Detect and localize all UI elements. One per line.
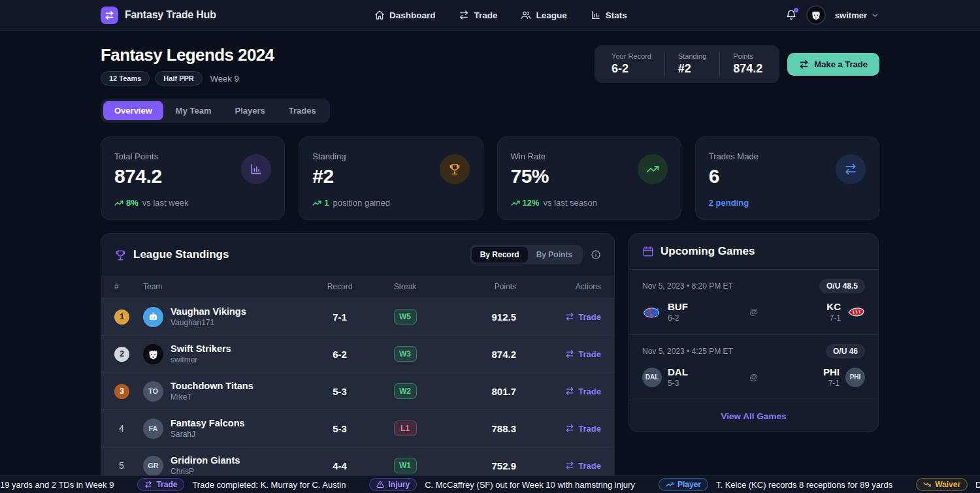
nav-item-league[interactable]: League xyxy=(521,10,566,20)
upcoming-games-title: Upcoming Games xyxy=(661,245,755,258)
trade-button[interactable]: Trade xyxy=(565,387,601,396)
stat-card-total-points: Total Points 874.2 8% vs last week xyxy=(101,136,285,220)
toggle-by-record[interactable]: By Record xyxy=(472,247,528,262)
nav-item-trade[interactable]: Trade xyxy=(459,10,497,20)
nav-label: Dashboard xyxy=(389,10,436,20)
record-cell: 4-4 xyxy=(307,460,372,471)
trade-label: Trade xyxy=(578,461,601,471)
col-points: Points xyxy=(438,282,516,291)
home-team-abbr: KC xyxy=(826,301,841,312)
make-a-trade-button[interactable]: Make a Trade xyxy=(787,53,879,76)
swap-icon xyxy=(565,312,574,321)
toggle-by-points[interactable]: By Points xyxy=(528,247,581,262)
view-all-games-link[interactable]: View All Games xyxy=(721,411,787,421)
trending-up-icon xyxy=(666,481,674,488)
ticker-text: C. McCaffrey (SF) out for Week 10 with h… xyxy=(425,480,635,490)
over-under-badge: O/U 48.5 xyxy=(819,279,865,293)
stat-card-win-rate: Win Rate 75% 12% vs last season xyxy=(497,136,681,220)
delta-up: 8% xyxy=(114,198,139,208)
ticker-item: Waiver D. Hopkins claimed off waivers xyxy=(916,478,980,491)
team-owner: ChrisP xyxy=(171,467,240,476)
table-row: 3 TO Touchdown Titans MikeT 5-3 W2 801.7… xyxy=(101,372,614,409)
team-name: Gridiron Giants xyxy=(171,455,240,466)
team-owner: SarahJ xyxy=(171,430,245,439)
trending-down-icon xyxy=(923,481,931,488)
swap-icon xyxy=(799,59,809,69)
trade-button[interactable]: Trade xyxy=(565,312,601,322)
trending-up-icon xyxy=(511,199,520,208)
record-summary-item: Standing #2 xyxy=(664,52,719,76)
rank-badge: 3 xyxy=(114,384,129,399)
swap-icon xyxy=(101,7,118,24)
mascot-icon xyxy=(146,347,160,361)
nav-label: Trade xyxy=(474,10,497,20)
chiefs-logo-icon xyxy=(847,306,865,319)
delta-up: 12% xyxy=(511,198,540,208)
notifications-bell-icon[interactable] xyxy=(785,9,797,21)
team-owner: switmer xyxy=(171,355,231,364)
record-cell: 6-2 xyxy=(307,349,372,360)
streak-badge: W3 xyxy=(394,346,417,362)
player-badge: Player xyxy=(659,478,708,491)
swap-icon xyxy=(565,461,574,470)
delta-value: 8% xyxy=(126,198,139,208)
streak-badge: L1 xyxy=(394,421,417,436)
ticker-item: Player T. Kelce (KC) records 8 reception… xyxy=(659,478,892,491)
stat-card-trades-made: Trades Made 6 2 pending xyxy=(695,136,879,220)
swap-icon xyxy=(144,481,152,488)
tab-my-team[interactable]: My Team xyxy=(165,101,223,120)
week-label: Week 9 xyxy=(210,74,239,84)
trade-button[interactable]: Trade xyxy=(565,349,601,359)
nav-item-stats[interactable]: Stats xyxy=(591,10,627,20)
bills-logo-icon xyxy=(642,306,662,319)
table-row: 4 FA Fantasy Falcons SarahJ 5-3 L1 788.3… xyxy=(101,409,614,447)
table-row: 2 Swift Strikers switmer 6-2 W3 874.2 xyxy=(101,335,614,372)
streak-badge: W1 xyxy=(394,458,417,473)
ticker-item: 19 yards and 2 TDs in Week 9 xyxy=(0,480,114,490)
calendar-icon xyxy=(642,246,654,257)
team-avatar xyxy=(143,307,163,327)
record-summary-item: Points 874.2 xyxy=(719,52,776,76)
nav-item-dashboard[interactable]: Dashboard xyxy=(374,10,436,20)
pending-trades-link[interactable]: 2 pending xyxy=(709,198,749,208)
hero-section: Fantasy Legends 2024 12 Teams Half PPR W… xyxy=(101,45,879,86)
nav-label: Stats xyxy=(606,10,627,20)
badge-label: Trade xyxy=(156,480,177,489)
user-menu[interactable]: switmer xyxy=(835,10,879,20)
rank-badge: 2 xyxy=(114,347,129,362)
home-icon xyxy=(374,10,385,20)
page-title: Fantasy Legends 2024 xyxy=(101,45,595,65)
tab-trades[interactable]: Trades xyxy=(278,101,327,120)
tab-players[interactable]: Players xyxy=(224,101,276,120)
username: switmer xyxy=(835,10,867,20)
points-cell: 788.3 xyxy=(438,423,516,434)
record-value: 6-2 xyxy=(612,62,651,76)
team-avatar: TO xyxy=(143,381,163,402)
game-item: Nov 5, 2023 • 8:20 PM ET O/U 48.5 BUF 6-… xyxy=(629,270,878,335)
record-value: #2 xyxy=(678,62,706,76)
trade-label: Trade xyxy=(578,312,601,322)
col-rank: # xyxy=(114,282,143,291)
trade-button[interactable]: Trade xyxy=(565,461,601,471)
trade-button[interactable]: Trade xyxy=(565,424,601,434)
trophy-icon xyxy=(114,249,127,261)
team-name: Swift Strikers xyxy=(171,343,231,354)
ticker-text: 19 yards and 2 TDs in Week 9 xyxy=(0,480,114,490)
trade-badge: Trade xyxy=(137,478,184,491)
record-cell: 5-3 xyxy=(307,423,372,434)
at-symbol: @ xyxy=(721,307,787,317)
away-team-abbr: DAL xyxy=(668,366,688,377)
table-row: 5 GR Gridiron Giants ChrisP 4-4 W1 752.9… xyxy=(101,447,614,479)
team-owner: MikeT xyxy=(171,392,253,402)
ticker-text: Trade completed: K. Murray for C. Austin xyxy=(192,480,346,490)
tab-overview[interactable]: Overview xyxy=(103,101,163,120)
delta-suffix: position gained xyxy=(333,198,389,208)
user-avatar[interactable] xyxy=(806,5,826,25)
swap-icon xyxy=(565,387,574,396)
record-cell: 7-1 xyxy=(307,311,372,323)
ticker-text: D. Hopkins claimed off waivers xyxy=(975,480,980,490)
record-label: Points xyxy=(733,52,762,60)
game-datetime: Nov 5, 2023 • 4:25 PM ET xyxy=(642,347,733,356)
col-actions: Actions xyxy=(516,282,601,291)
info-icon[interactable] xyxy=(591,249,601,260)
